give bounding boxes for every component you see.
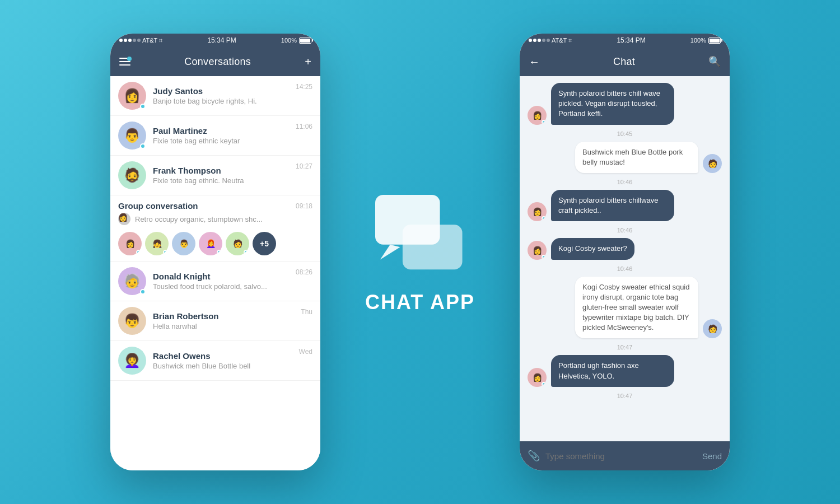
msg4-online-dot	[542, 255, 546, 259]
paul-online-dot	[140, 143, 146, 149]
conversation-item-rachel[interactable]: 👩‍🦱 Rachel Owens Bushwick meh Blue Bottl…	[110, 341, 320, 381]
msg6-online-dot	[542, 382, 546, 386]
brian-avatar-wrap: 👦	[118, 307, 146, 335]
group-time: 09:18	[296, 202, 312, 210]
menu-line-2	[119, 61, 130, 62]
group-avatars: 👩 👧 👨 👩‍🦰 🧑	[110, 230, 320, 262]
right-battery-label: 100%	[690, 37, 706, 44]
attach-icon[interactable]: 📎	[528, 450, 540, 462]
rachel-avatar: 👩‍🦱	[118, 347, 146, 375]
group-conversation-section[interactable]: Group conversation 09:18 👩 Retro occupy …	[110, 195, 320, 262]
message-bubble-3: Synth polaroid bitters chillwave craft p…	[551, 190, 674, 221]
frank-avatar: 🧔	[118, 161, 146, 189]
paul-preview: Fixie tote bag ethnic keytar	[153, 137, 291, 145]
group-member-1: 👩	[118, 232, 142, 255]
message-time-2: 10:46	[528, 179, 722, 185]
judy-content: Judy Santos Banjo tote bag bicycle right…	[153, 86, 291, 105]
battery-icon	[299, 38, 311, 44]
group-preview-text: Retro occupy organic, stumptown shc...	[135, 215, 263, 223]
signal-dot-5	[137, 39, 141, 42]
message-row-5: 🧑 Kogi Cosby sweater ethical squid irony…	[528, 277, 722, 339]
left-status-right: 100%	[281, 37, 311, 44]
donald-time: 08:26	[296, 267, 312, 276]
group-m2-dot	[163, 250, 168, 255]
right-battery-fill	[710, 39, 720, 43]
left-status-left: AT&T ⌗	[119, 37, 162, 44]
group-more-badge: +5	[253, 232, 276, 255]
frank-name: Frank Thompson	[153, 166, 291, 175]
left-status-time: 15:34 PM	[207, 36, 236, 44]
group-preview: 👩 Retro occupy organic, stumptown shc...	[110, 213, 320, 230]
scene: AT&T ⌗ 15:34 PM 100% Conversations +	[0, 0, 840, 504]
message-input[interactable]	[545, 451, 697, 461]
brian-name: Brian Robertson	[153, 311, 296, 321]
conversation-item-brian[interactable]: 👦 Brian Robertson Hella narwhal Thu	[110, 301, 320, 341]
message-time-4: 10:46	[528, 265, 722, 272]
right-status-left: AT&T ⌗	[529, 37, 572, 44]
message-row-1: 👩 Synth polaroid bitters chill wave pick…	[528, 83, 722, 125]
add-conversation-button[interactable]: +	[305, 55, 311, 68]
group-preview-avatar: 👩	[118, 213, 130, 225]
group-m1-dot	[136, 250, 141, 255]
back-button[interactable]: ←	[529, 55, 540, 68]
signal-dot-3	[128, 39, 132, 42]
search-button[interactable]: 🔍	[708, 55, 721, 68]
msg-avatar-6: 👩	[528, 368, 547, 387]
message-time-6: 10:47	[528, 393, 722, 399]
signal-dot-4	[133, 39, 136, 42]
menu-line-3	[119, 64, 130, 66]
rachel-time: Wed	[299, 347, 312, 356]
rachel-avatar-wrap: 👩‍🦱	[118, 347, 146, 375]
r-signal-dot-4	[542, 39, 545, 42]
group-member-3: 👨	[172, 232, 195, 255]
right-battery-icon	[708, 38, 721, 44]
rachel-content: Rachel Owens Bushwick meh Blue Bottle be…	[153, 351, 295, 370]
frank-content: Frank Thompson Fixie tote bag ethnic. Ne…	[153, 166, 291, 185]
donald-content: Donald Knight Tousled food truck polaroi…	[153, 272, 291, 291]
chat-nav-bar: ← Chat 🔍	[520, 47, 730, 76]
judy-preview: Banjo tote bag bicycle rights, Hi.	[153, 97, 291, 105]
chat-messages[interactable]: 👩 Synth polaroid bitters chill wave pick…	[520, 76, 730, 441]
battery-label: 100%	[281, 37, 297, 44]
msg-avatar-5: 🧑	[703, 319, 722, 338]
conversation-item-donald[interactable]: 🧓 Donald Knight Tousled food truck polar…	[110, 262, 320, 301]
conversation-item-judy[interactable]: 👩 Judy Santos Banjo tote bag bicycle rig…	[110, 76, 320, 116]
msg1-online-dot	[542, 120, 546, 124]
message-row-2: 🧑 Bushwick meh Blue Bottle pork belly mu…	[528, 142, 722, 173]
brian-time: Thu	[301, 307, 312, 316]
svg-rect-1	[403, 225, 463, 269]
signal-dots	[119, 39, 141, 42]
conversation-item-paul[interactable]: 👨 Paul Martinez Fixie tote bag ethnic ke…	[110, 116, 320, 156]
send-button[interactable]: Send	[702, 451, 722, 461]
donald-preview: Tousled food truck polaroid, salvo...	[153, 282, 291, 291]
msg-avatar-4: 👩	[528, 241, 547, 260]
message-bubble-5: Kogi Cosby sweater ethical squid irony d…	[575, 277, 698, 339]
brian-content: Brian Robertson Hella narwhal	[153, 311, 296, 330]
carrier-label: AT&T	[142, 37, 157, 44]
group-m4-dot	[217, 250, 222, 255]
judy-online-dot	[140, 104, 146, 109]
paul-content: Paul Martinez Fixie tote bag ethnic keyt…	[153, 126, 291, 145]
group-header: Group conversation 09:18	[110, 195, 320, 213]
right-signal-dots	[529, 39, 550, 42]
judy-time: 14:25	[296, 82, 312, 91]
conversations-list[interactable]: 👩 Judy Santos Banjo tote bag bicycle rig…	[110, 76, 320, 470]
conversation-item-frank[interactable]: 🧔 Frank Thompson Fixie tote bag ethnic. …	[110, 156, 320, 195]
message-row-6: 👩 Portland ugh fashion axe Helvetica, YO…	[528, 355, 722, 386]
paul-avatar-wrap: 👨	[118, 122, 146, 150]
message-bubble-1: Synth polaroid bitters chill wave pickle…	[551, 83, 674, 125]
msg-avatar-3: 👩	[528, 202, 547, 221]
right-wifi-icon: ⌗	[568, 37, 572, 44]
chat-app-label: CHAT APP	[365, 291, 475, 314]
right-phone: AT&T ⌗ 15:34 PM 100% ← Chat 🔍 👩	[520, 34, 730, 470]
right-status-time: 15:34 PM	[617, 36, 645, 44]
chat-app-icon	[370, 190, 470, 279]
left-nav-bar: Conversations +	[110, 47, 320, 76]
right-carrier-label: AT&T	[552, 37, 567, 44]
frank-avatar-wrap: 🧔	[118, 161, 146, 189]
message-row-3: 👩 Synth polaroid bitters chillwave craft…	[528, 190, 722, 221]
donald-name: Donald Knight	[153, 272, 291, 281]
menu-button[interactable]	[119, 58, 130, 66]
message-bubble-4: Kogi Cosby sweater?	[551, 238, 634, 259]
msg-avatar-2: 🧑	[703, 154, 722, 173]
